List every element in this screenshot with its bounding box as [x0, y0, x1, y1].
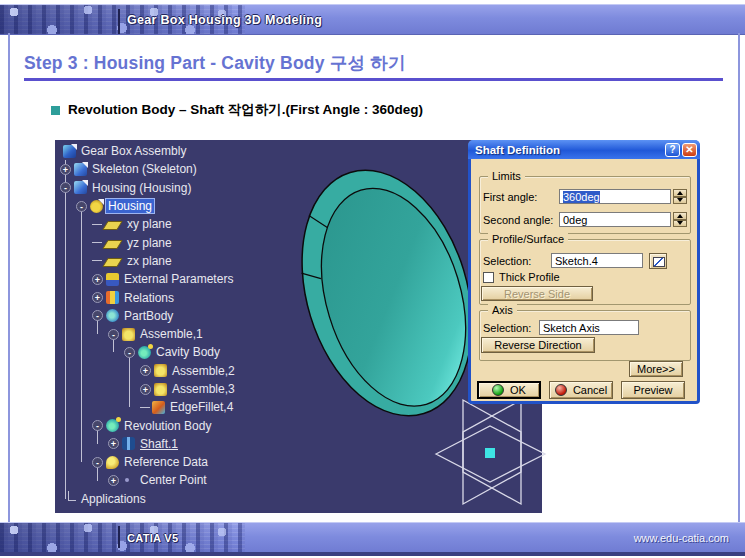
more-button[interactable]: More>> — [629, 361, 683, 377]
collapse-icon[interactable]: - — [124, 347, 135, 358]
tree-connector — [140, 407, 150, 408]
profile-surface-group-label: Profile/Surface — [488, 233, 568, 245]
tree-item-label: Assemble,1 — [138, 327, 205, 341]
step-title: Step 3 : Housing Part - Cavity Body 구성 하… — [24, 51, 406, 75]
shaft-icon — [122, 437, 135, 450]
assemble-icon — [122, 328, 135, 341]
dialog-title: Shaft Definition — [475, 144, 663, 156]
footer-left-text: CATIA V5 — [127, 523, 178, 553]
axis-group: Axis — [479, 310, 691, 361]
expand-icon[interactable]: + — [108, 475, 119, 486]
sketch-icon[interactable] — [649, 253, 667, 269]
tree-item-label: Applications — [79, 492, 148, 506]
help-icon[interactable]: ? — [665, 143, 680, 157]
header-band: Gear Box Housing 3D Modeling — [0, 4, 745, 35]
tree-connector — [92, 242, 102, 243]
bullet-icon — [51, 106, 60, 115]
thick-profile-label: Thick Profile — [499, 271, 560, 283]
second-angle-label: Second angle: — [483, 214, 553, 226]
second-angle-value: 0deg — [563, 214, 587, 226]
profile-selection-input[interactable]: Sketch.4 — [551, 253, 643, 268]
collapse-icon[interactable]: - — [108, 329, 119, 340]
point-icon — [125, 478, 129, 482]
header-title: Gear Box Housing 3D Modeling — [127, 5, 322, 34]
expand-icon[interactable]: + — [140, 365, 151, 376]
profile-selection-value: Sketch.4 — [555, 255, 598, 267]
reverse-side-button: Reverse Side — [481, 286, 593, 301]
axis-group-label: Axis — [488, 304, 517, 316]
footer-band: CATIA V5 www.edu-catia.com — [0, 522, 745, 553]
tree-item-label-selected: Housing — [106, 199, 154, 213]
first-angle-input[interactable]: 360deg — [559, 189, 671, 204]
expand-icon[interactable]: + — [108, 438, 119, 449]
expand-icon[interactable]: + — [92, 274, 103, 285]
assemble-icon — [154, 383, 167, 396]
bullet-text: Revolution Body – Shaft 작업하기.(First Angl… — [68, 101, 423, 119]
dialog-body: Limits First angle: 360deg Second angle:… — [471, 159, 697, 401]
footer-link[interactable]: www.edu-catia.com — [634, 523, 729, 553]
tree-item-label: Gear Box Assembly — [79, 144, 188, 158]
axis-selection-label: Selection: — [483, 322, 531, 334]
plane-icon — [102, 221, 123, 230]
partbody-icon — [106, 309, 119, 322]
collapse-icon[interactable]: - — [60, 182, 71, 193]
bottom-strip — [0, 552, 745, 556]
tree-item-reference-data[interactable]: -Reference Data — [59, 453, 542, 471]
body-icon — [138, 346, 151, 359]
collapse-icon[interactable]: - — [92, 420, 103, 431]
collapse-icon[interactable]: - — [92, 310, 103, 321]
tree-item-shaft-1[interactable]: +Shaft.1 — [59, 435, 542, 453]
cancel-icon — [555, 384, 567, 396]
tree-item-label: External Parameters — [122, 272, 235, 286]
expand-icon[interactable]: + — [60, 164, 71, 175]
close-icon[interactable]: ✕ — [682, 143, 697, 157]
first-angle-value: 360deg — [563, 191, 600, 203]
collapse-icon[interactable]: - — [76, 201, 87, 212]
dialog-titlebar[interactable]: Shaft Definition ? ✕ — [468, 140, 700, 159]
tree-item-label: Reference Data — [122, 455, 210, 469]
tree-item-label: EdgeFillet,4 — [168, 400, 235, 414]
relations-icon — [106, 291, 119, 304]
ok-icon — [492, 384, 504, 396]
tree-item-label: zx plane — [125, 254, 174, 268]
thick-profile-checkbox[interactable] — [483, 272, 494, 283]
ok-button[interactable]: OK — [477, 381, 541, 399]
slide: Gear Box Housing 3D Modeling Step 3 : Ho… — [0, 0, 745, 558]
footer-decoration — [0, 523, 245, 553]
expand-icon[interactable]: + — [92, 292, 103, 303]
collapse-icon[interactable]: - — [92, 457, 103, 468]
shaft-definition-dialog: Shaft Definition ? ✕ Limits First angle:… — [468, 140, 700, 404]
body-icon — [106, 419, 119, 432]
profile-selection-label: Selection: — [483, 255, 531, 267]
tree-item-revolution-body[interactable]: -Revolution Body — [59, 416, 542, 434]
part-icon — [74, 163, 87, 176]
first-angle-spinner[interactable] — [673, 189, 687, 204]
tree-connector — [92, 224, 102, 225]
axis-selection-value: Sketch Axis — [543, 322, 600, 334]
title-underline — [24, 78, 723, 81]
header-separator — [118, 9, 120, 34]
preview-button[interactable]: Preview — [621, 381, 685, 399]
tree-item-center-point[interactable]: +Center Point — [59, 471, 542, 489]
tree-item-label: Skeleton (Skeleton) — [90, 162, 199, 176]
tree-item-label: xy plane — [125, 217, 174, 231]
reverse-direction-button[interactable]: Reverse Direction — [481, 337, 595, 353]
fillet-icon — [152, 401, 165, 414]
expand-icon[interactable]: + — [140, 384, 151, 395]
tree-item-label: Center Point — [138, 473, 209, 487]
tree-item-label-current: Shaft.1 — [138, 437, 180, 451]
axis-selection-input[interactable]: Sketch Axis — [539, 320, 639, 335]
footer-separator — [118, 526, 120, 548]
reference-icon — [106, 456, 119, 469]
second-angle-input[interactable]: 0deg — [559, 212, 671, 227]
bullet-row: Revolution Body – Shaft 작업하기.(First Angl… — [51, 101, 423, 119]
first-angle-label: First angle: — [483, 191, 537, 203]
cancel-button[interactable]: Cancel — [549, 381, 613, 399]
tree-item-applications[interactable]: Applications — [59, 490, 542, 508]
right-frame-line — [738, 33, 740, 522]
second-angle-spinner[interactable] — [673, 212, 687, 227]
tree-connector — [92, 260, 102, 261]
limits-group-label: Limits — [488, 170, 525, 182]
plane-icon — [102, 240, 123, 249]
tree-connector — [68, 491, 76, 501]
